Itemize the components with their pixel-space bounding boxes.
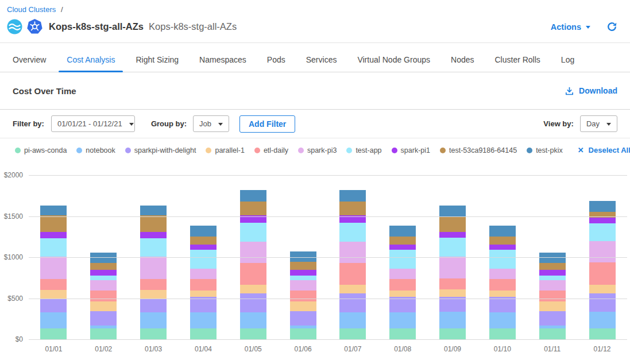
bar-segment-test-app[interactable] xyxy=(40,238,67,257)
tab-cost-analysis[interactable]: Cost Analysis xyxy=(59,43,123,72)
bar-segment-test-app[interactable] xyxy=(589,223,616,241)
bar-segment-test-53ca9186-64145[interactable] xyxy=(90,263,117,270)
bar-segment-test-pkix[interactable] xyxy=(339,190,366,201)
bar-segment-parallel-1[interactable] xyxy=(290,301,316,311)
bar-segment-test-pkix[interactable] xyxy=(439,206,466,216)
legend-item-test-53ca9186-64145[interactable]: test-53ca9186-64145 xyxy=(440,146,517,154)
view-by-select[interactable]: Day xyxy=(580,115,617,132)
bar-segment-spark-pi1[interactable] xyxy=(439,232,466,238)
bar-segment-notebook[interactable] xyxy=(190,312,217,329)
bar-segment-parallel-1[interactable] xyxy=(190,291,217,297)
bar-segment-test-pkix[interactable] xyxy=(40,206,67,215)
bar-segment-test-pkix[interactable] xyxy=(290,251,316,262)
date-range-select[interactable]: 01/01/21 - 01/12/21 xyxy=(51,115,135,132)
bar-segment-test-53ca9186-64145[interactable] xyxy=(539,263,566,270)
tab-nodes[interactable]: Nodes xyxy=(443,43,482,72)
legend-item-test-pkix[interactable]: test-pkix xyxy=(527,146,563,154)
bar-segment-parallel-1[interactable] xyxy=(389,291,416,297)
bar-segment-spark-pi3[interactable] xyxy=(439,257,466,278)
bar-segment-test-app[interactable] xyxy=(389,250,416,268)
bar-segment-spark-pi1[interactable] xyxy=(90,270,117,276)
group-by-select[interactable]: Job xyxy=(193,115,229,132)
bar-segment-test-app[interactable] xyxy=(140,238,167,257)
bar-segment-test-53ca9186-64145[interactable] xyxy=(190,237,217,245)
bar-segment-spark-pi1[interactable] xyxy=(539,270,566,276)
bar-segment-notebook[interactable] xyxy=(489,312,516,329)
bar-segment-parallel-1[interactable] xyxy=(489,291,516,297)
bar-segment-sparkpi-with-delight[interactable] xyxy=(339,293,366,312)
bar-segment-spark-pi3[interactable] xyxy=(240,242,266,263)
legend-item-notebook[interactable]: notebook xyxy=(76,146,115,154)
bar-segment-test-53ca9186-64145[interactable] xyxy=(489,237,516,245)
bar-segment-test-53ca9186-64145[interactable] xyxy=(589,212,616,218)
bar-segment-etl-daily[interactable] xyxy=(140,279,167,290)
bar-segment-spark-pi3[interactable] xyxy=(90,280,117,291)
breadcrumb-cloud-clusters-link[interactable]: Cloud Clusters xyxy=(7,5,56,14)
legend-item-parallel-1[interactable]: parallel-1 xyxy=(206,146,244,154)
refresh-button[interactable] xyxy=(606,21,617,32)
bar-segment-etl-daily[interactable] xyxy=(90,291,117,301)
bar-segment-spark-pi1[interactable] xyxy=(589,218,616,223)
bar-segment-spark-pi1[interactable] xyxy=(389,245,416,250)
legend-item-spark-pi1[interactable]: spark-pi1 xyxy=(392,146,430,154)
bar-segment-test-pkix[interactable] xyxy=(389,226,416,237)
bar-segment-notebook[interactable] xyxy=(240,312,266,329)
bar-segment-pi-aws-conda[interactable] xyxy=(240,328,266,339)
bar-segment-test-53ca9186-64145[interactable] xyxy=(240,202,266,215)
bar-segment-pi-aws-conda[interactable] xyxy=(190,328,217,339)
bar-segment-spark-pi3[interactable] xyxy=(389,269,416,279)
bar-segment-etl-daily[interactable] xyxy=(339,263,366,284)
bar-segment-spark-pi3[interactable] xyxy=(40,257,67,279)
bar-segment-notebook[interactable] xyxy=(439,312,466,328)
bar-segment-test-53ca9186-64145[interactable] xyxy=(290,262,316,270)
bar-segment-test-app[interactable] xyxy=(439,238,466,257)
bar-segment-etl-daily[interactable] xyxy=(589,262,616,285)
bar-segment-notebook[interactable] xyxy=(389,312,416,329)
tab-right-sizing[interactable]: Right Sizing xyxy=(127,43,187,72)
bar-segment-spark-pi3[interactable] xyxy=(489,269,516,279)
bar-segment-sparkpi-with-delight[interactable] xyxy=(290,311,316,326)
bar-segment-parallel-1[interactable] xyxy=(339,285,366,293)
bar-segment-parallel-1[interactable] xyxy=(240,285,266,293)
bar-segment-parallel-1[interactable] xyxy=(589,285,616,293)
bar-segment-test-pkix[interactable] xyxy=(589,201,616,212)
bar-segment-test-53ca9186-64145[interactable] xyxy=(339,202,366,215)
bar-segment-notebook[interactable] xyxy=(339,312,366,329)
bar-segment-sparkpi-with-delight[interactable] xyxy=(90,311,117,326)
tab-services[interactable]: Services xyxy=(298,43,345,72)
bar-segment-pi-aws-conda[interactable] xyxy=(439,328,466,339)
download-button[interactable]: Download xyxy=(565,86,617,96)
bar-segment-notebook[interactable] xyxy=(140,312,167,329)
tab-namespaces[interactable]: Namespaces xyxy=(191,43,254,72)
bar-segment-notebook[interactable] xyxy=(40,312,67,329)
tab-log[interactable]: Log xyxy=(553,43,582,72)
add-filter-button[interactable]: Add Filter xyxy=(239,115,295,133)
bar-segment-sparkpi-with-delight[interactable] xyxy=(489,297,516,312)
bar-segment-sparkpi-with-delight[interactable] xyxy=(389,297,416,312)
bar-segment-etl-daily[interactable] xyxy=(40,279,67,290)
legend-item-spark-pi3[interactable]: spark-pi3 xyxy=(298,146,337,154)
bar-segment-test-app[interactable] xyxy=(539,276,566,280)
bar-segment-pi-aws-conda[interactable] xyxy=(489,328,516,339)
bar-segment-pi-aws-conda[interactable] xyxy=(389,328,416,339)
bar-segment-sparkpi-with-delight[interactable] xyxy=(589,293,616,312)
bar-segment-test-app[interactable] xyxy=(240,223,266,242)
bar-segment-pi-aws-conda[interactable] xyxy=(290,328,316,339)
legend-item-etl-daily[interactable]: etl-daily xyxy=(254,146,288,154)
bar-segment-etl-daily[interactable] xyxy=(539,291,566,301)
bar-segment-test-pkix[interactable] xyxy=(190,226,217,237)
bar-segment-pi-aws-conda[interactable] xyxy=(90,328,117,339)
bar-segment-sparkpi-with-delight[interactable] xyxy=(539,311,566,326)
bar-segment-test-53ca9186-64145[interactable] xyxy=(140,215,167,232)
bar-segment-sparkpi-with-delight[interactable] xyxy=(190,297,217,312)
bar-segment-parallel-1[interactable] xyxy=(90,301,117,311)
bar-segment-spark-pi1[interactable] xyxy=(290,270,316,276)
bar-segment-pi-aws-conda[interactable] xyxy=(589,328,616,339)
actions-button[interactable]: Actions xyxy=(551,22,590,32)
bar-segment-etl-daily[interactable] xyxy=(290,291,316,301)
bar-segment-spark-pi1[interactable] xyxy=(40,232,67,239)
bar-segment-spark-pi3[interactable] xyxy=(290,280,316,291)
bar-segment-spark-pi3[interactable] xyxy=(589,241,616,262)
deselect-all-button[interactable]: ✕Deselect All xyxy=(578,146,630,154)
bar-segment-etl-daily[interactable] xyxy=(240,263,266,284)
